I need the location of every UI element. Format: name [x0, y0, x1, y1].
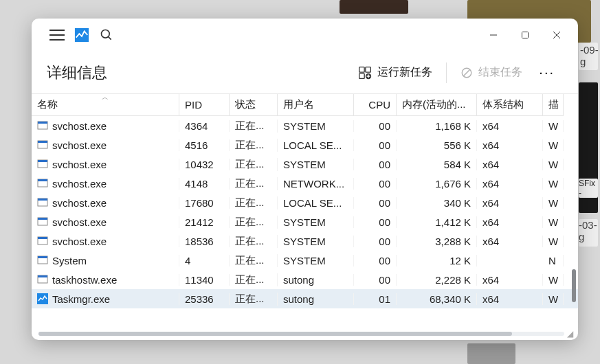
search-button[interactable] — [99, 27, 114, 43]
svg-rect-32 — [38, 275, 47, 277]
cell-memory: 340 K — [397, 197, 477, 209]
svg-line-2 — [109, 37, 111, 40]
cell-status: 正在... — [230, 196, 278, 209]
cell-memory: 2,228 K — [397, 274, 477, 286]
cell-status: 正在... — [230, 293, 278, 306]
svg-rect-26 — [38, 218, 47, 220]
horizontal-scrollbar[interactable] — [38, 332, 564, 336]
run-new-task-label: 运行新任务 — [377, 65, 432, 80]
table-row[interactable]: taskhostw.exe11340正在...sutong002,228 Kx6… — [32, 270, 578, 289]
cell-arch: x64 — [477, 274, 543, 286]
svg-point-1 — [102, 30, 110, 38]
vscroll-thumb[interactable] — [572, 269, 576, 302]
table-row[interactable]: svchost.exe17680正在...LOCAL SE...00340 Kx… — [32, 193, 578, 212]
cell-name: svchost.exe — [32, 178, 179, 190]
svg-line-14 — [464, 69, 470, 76]
svg-rect-4 — [522, 32, 529, 38]
cell-status: 正在... — [230, 158, 278, 171]
process-icon — [37, 139, 48, 150]
cell-pid: 10432 — [179, 159, 230, 170]
table-row[interactable]: System4正在...SYSTEM0012 KN — [32, 251, 578, 270]
menu-button[interactable] — [49, 30, 65, 41]
process-icon — [37, 236, 48, 247]
table-row[interactable]: svchost.exe21412正在...SYSTEM001,412 Kx64W — [32, 212, 578, 231]
cell-desc: W — [543, 178, 564, 190]
vertical-scrollbar[interactable] — [572, 115, 576, 340]
maximize-button[interactable] — [509, 21, 541, 49]
cell-status: 正在... — [230, 139, 278, 152]
cell-desc: W — [543, 159, 564, 170]
cell-pid: 17680 — [179, 197, 230, 209]
hscroll-thumb[interactable] — [38, 332, 512, 336]
svg-rect-20 — [38, 160, 47, 162]
table-row[interactable]: svchost.exe4516正在...LOCAL SE...00556 Kx6… — [32, 135, 578, 155]
minimize-icon — [489, 31, 498, 39]
table-row[interactable]: svchost.exe10432正在...SYSTEM00584 Kx64W — [32, 155, 578, 174]
app-icon — [74, 27, 89, 43]
cell-desc: W — [543, 216, 564, 228]
cell-desc: W — [543, 274, 564, 286]
cell-desc: W — [543, 139, 564, 151]
table-header: ︿ 名称 PID 状态 用户名 CPU 内存(活动的... 体系结构 描 — [32, 94, 578, 116]
cell-memory: 68,340 K — [397, 293, 477, 305]
cell-status: 正在... — [230, 273, 278, 286]
cell-desc: W — [543, 120, 564, 132]
cell-pid: 18536 — [179, 236, 230, 247]
cell-user: SYSTEM — [278, 159, 354, 170]
svg-rect-16 — [38, 122, 47, 124]
cell-arch: x64 — [477, 159, 543, 170]
process-table: ︿ 名称 PID 状态 用户名 CPU 内存(活动的... 体系结构 描 svc… — [32, 94, 578, 340]
cell-cpu: 00 — [354, 159, 397, 170]
cell-arch: x64 — [477, 120, 543, 132]
cell-arch: x64 — [477, 236, 543, 247]
resize-grip[interactable]: ◢ — [567, 329, 575, 337]
col-pid[interactable]: PID — [179, 94, 230, 116]
minimize-button[interactable] — [478, 21, 509, 49]
run-task-icon — [358, 66, 372, 80]
svg-rect-7 — [359, 67, 365, 72]
cell-memory: 1,412 K — [397, 216, 477, 228]
more-button[interactable]: ··· — [531, 65, 563, 80]
col-user[interactable]: 用户名 — [278, 94, 354, 116]
cell-pid: 4148 — [179, 178, 230, 190]
table-body: svchost.exe4364正在...SYSTEM001,168 Kx64Ws… — [32, 116, 578, 340]
table-row[interactable]: Taskmgr.exe25336正在...sutong0168,340 Kx64… — [32, 289, 578, 308]
cell-memory: 12 K — [397, 255, 477, 266]
cell-user: SYSTEM — [278, 236, 354, 247]
table-row[interactable]: svchost.exe4148正在...NETWORK...001,676 Kx… — [32, 174, 578, 193]
cell-cpu: 00 — [354, 216, 397, 228]
cell-arch: x64 — [477, 293, 543, 305]
col-cpu[interactable]: CPU — [354, 94, 397, 116]
cell-desc: W — [543, 197, 564, 209]
col-memory[interactable]: 内存(活动的... — [397, 94, 477, 116]
end-task-button[interactable]: 结束任务 — [452, 61, 531, 84]
run-new-task-button[interactable]: 运行新任务 — [350, 61, 441, 84]
cell-user: SYSTEM — [278, 255, 354, 266]
cell-cpu: 00 — [354, 236, 397, 247]
cell-name: System — [32, 255, 179, 266]
cell-memory: 1,168 K — [397, 120, 477, 132]
cell-arch: x64 — [477, 197, 543, 209]
cell-user: sutong — [278, 293, 354, 305]
close-button[interactable] — [541, 21, 573, 49]
cell-name: svchost.exe — [32, 236, 179, 247]
process-icon — [37, 178, 48, 189]
cell-status: 正在... — [230, 216, 278, 229]
col-status[interactable]: 状态 — [230, 94, 278, 116]
cell-user: SYSTEM — [278, 120, 354, 132]
svg-rect-28 — [38, 237, 47, 239]
cell-name: svchost.exe — [32, 120, 179, 132]
cell-cpu: 01 — [354, 293, 397, 305]
col-name[interactable]: ︿ 名称 — [32, 94, 179, 116]
col-desc[interactable]: 描 — [543, 94, 564, 116]
cell-desc: W — [543, 293, 564, 305]
cell-cpu: 00 — [354, 120, 397, 132]
table-row[interactable]: svchost.exe18536正在...SYSTEM003,288 Kx64W — [32, 231, 578, 251]
titlebar — [32, 19, 578, 52]
process-icon — [37, 293, 48, 304]
col-arch[interactable]: 体系结构 — [477, 94, 543, 116]
cell-name: svchost.exe — [32, 216, 179, 228]
process-icon — [37, 120, 48, 131]
svg-rect-30 — [38, 256, 47, 258]
table-row[interactable]: svchost.exe4364正在...SYSTEM001,168 Kx64W — [32, 116, 578, 135]
